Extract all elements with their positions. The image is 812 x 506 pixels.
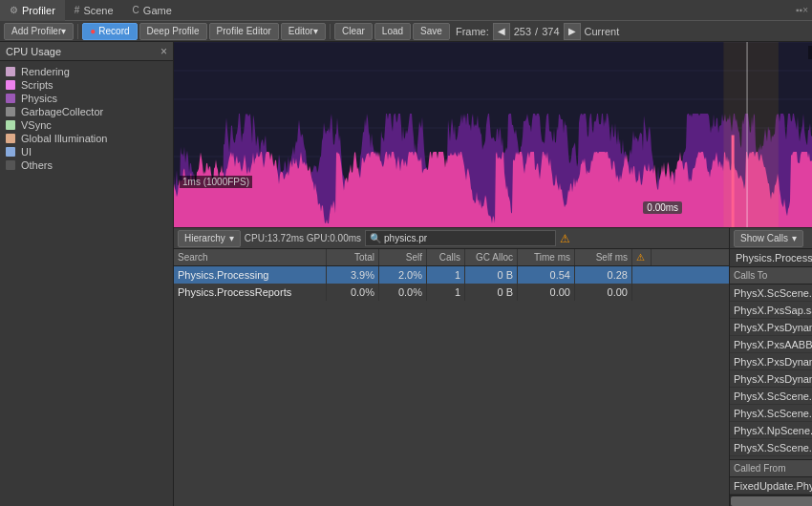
legend-color-dot	[6, 94, 15, 103]
calls-td-name: PhysX.NpScene.completio	[730, 425, 812, 436]
legend-item[interactable]: UI	[6, 145, 167, 158]
legend-item[interactable]: VSync	[6, 118, 167, 132]
warning-icon: ⚠	[560, 232, 570, 245]
calls-to-row[interactable]: PhysX.PxsDynamics.solve 1	[730, 370, 812, 388]
search-area: 🔍 physics.pr ⚠	[365, 230, 725, 246]
table-toolbar: Hierarchy ▾ CPU:13.72ms GPU:0.00ms 🔍 phy…	[174, 228, 729, 249]
legend-color-dot	[6, 160, 15, 170]
td-timems: 0.54	[518, 266, 575, 284]
legend-label: Global Illumination	[21, 133, 108, 144]
legend-color-dot	[6, 80, 15, 90]
editor-dropdown-icon: ▾	[313, 26, 318, 36]
legend-item[interactable]: Rendering	[6, 65, 167, 78]
profiler-chart-canvas	[174, 42, 812, 228]
called-from-th-name: Called From	[730, 463, 812, 474]
main-content: CPU Usage × RenderingScriptsPhysicsGarba…	[0, 42, 812, 506]
calls-to-row[interactable]: PhysX.PxsAABBManager.s 2	[730, 336, 812, 353]
table-panel: Hierarchy ▾ CPU:13.72ms GPU:0.00ms 🔍 phy…	[174, 228, 730, 506]
legend-item[interactable]: Scripts	[6, 78, 167, 92]
legend-item[interactable]: Physics	[6, 92, 167, 105]
calls-content: PhysX.ScScene.postBroac 1 PhysX.PxsSap.s…	[730, 285, 812, 506]
td-selfms: 0.28	[575, 266, 632, 284]
calls-to-row[interactable]: PhysX.ScScene.postBroac 1	[730, 285, 812, 302]
left-panel: CPU Usage × RenderingScriptsPhysicsGarba…	[0, 42, 174, 506]
td-self: 2.0%	[379, 266, 427, 284]
cpu-gpu-info: CPU:13.72ms GPU:0.00ms	[245, 233, 361, 243]
scene-icon: #	[75, 5, 80, 15]
left-panel-header: CPU Usage ×	[0, 42, 173, 61]
calls-to-row[interactable]: PhysX.PxsDynamics.solve 1	[730, 319, 812, 336]
calls-to-row[interactable]: PhysX.ScScene.updateDy 1	[730, 388, 812, 405]
table-row[interactable]: Physics.Processing 3.9% 2.0% 1 0 B 0.54 …	[174, 266, 729, 284]
called-from-td-name: FixedUpdate.PhysicsFixed	[730, 480, 812, 492]
calls-toolbar: Show Calls ▾	[730, 228, 812, 249]
show-calls-dropdown[interactable]: Show Calls ▾	[734, 230, 803, 247]
profile-editor-button[interactable]: Profile Editor	[209, 23, 279, 40]
calls-td-name: PhysX.ScScene.ccdBroadf	[730, 408, 812, 419]
td-name: Physics.Processing	[174, 266, 327, 284]
filter-path-display[interactable]: 🔍 physics.pr	[365, 230, 556, 246]
td-gcalloc: 0 B	[465, 266, 518, 284]
calls-to-row[interactable]: PhysX.NpScene.completio 1	[730, 422, 812, 439]
calls-td-name: PhysX.ScScene.postBroac	[730, 287, 812, 299]
legend-item[interactable]: Global Illumination	[6, 132, 167, 145]
calls-table-header: Calls To Calls Time	[730, 267, 812, 285]
1ms-label: 1ms (1000FPS)	[180, 176, 252, 188]
tab-game[interactable]: C Game	[123, 0, 182, 21]
close-left-panel-button[interactable]: ×	[160, 45, 167, 58]
calls-td-name: PhysX.PxsDynamics.solve	[730, 322, 812, 333]
deep-profile-button[interactable]: Deep Profile	[139, 23, 207, 40]
calls-panel: Show Calls ▾ Physics.Processing - Total …	[730, 228, 812, 506]
separator-2	[330, 24, 331, 39]
td-gcalloc: 0 B	[465, 284, 518, 301]
record-button[interactable]: ● Record	[82, 23, 137, 40]
calls-th-name: Calls To	[730, 270, 812, 281]
th-total: Total	[327, 249, 379, 265]
legend-label: GarbageCollector	[21, 106, 103, 117]
td-selfms: 0.00	[575, 284, 632, 301]
frame-prev-button[interactable]: ◀	[493, 23, 510, 40]
legend-item[interactable]: Others	[6, 158, 167, 172]
frame-next-button[interactable]: ▶	[564, 23, 581, 40]
legend-label: VSync	[21, 119, 52, 131]
load-button[interactable]: Load	[374, 23, 411, 40]
legend-item[interactable]: GarbageCollector	[6, 105, 167, 118]
td-self: 0.0%	[379, 284, 427, 301]
calls-to-row[interactable]: PhysX.ScScene.postCCDF 1	[730, 439, 812, 456]
chart-area[interactable]: Selected: Physics.Processing 1ms (1000FP…	[174, 42, 812, 228]
td-calls: 1	[427, 266, 465, 284]
record-dot: ●	[90, 26, 96, 36]
legend-color-dot	[6, 67, 15, 76]
calls-td-name: PhysX.PxsAABBManager.s	[730, 339, 812, 350]
save-button[interactable]: Save	[413, 23, 450, 40]
bottom-panels: Hierarchy ▾ CPU:13.72ms GPU:0.00ms 🔍 phy…	[174, 228, 812, 506]
tab-scene[interactable]: # Scene	[65, 0, 123, 21]
calls-to-row[interactable]: PhysX.PxsSap.sapPostUpc 2	[730, 302, 812, 319]
td-calls: 1	[427, 284, 465, 301]
th-timems: Time ms	[518, 249, 575, 265]
calls-td-name: PhysX.PxsSap.sapPostUpc	[730, 305, 812, 316]
calls-to-row[interactable]: PhysX.PxsDynamics.solve 1	[730, 456, 812, 459]
calls-rows-area: PhysX.ScScene.postBroac 1 PhysX.PxsSap.s…	[730, 285, 812, 459]
legend-color-dot	[6, 147, 15, 157]
time-label-mid: 0.00ms	[643, 201, 682, 214]
total-time-bar: Physics.Processing - Total time: 0.54 ms	[730, 249, 812, 267]
hierarchy-dropdown[interactable]: Hierarchy ▾	[178, 230, 241, 247]
calls-td-name: PhysX.PxsDynamics.solve	[730, 373, 812, 385]
legend-label: Rendering	[21, 66, 70, 77]
calls-to-row[interactable]: PhysX.ScScene.ccdBroadf 1	[730, 405, 812, 422]
legend-label: Scripts	[21, 79, 53, 91]
tab-profiler[interactable]: ⚙ Profiler	[0, 0, 65, 21]
editor-button[interactable]: Editor ▾	[281, 23, 326, 40]
called-from-row[interactable]: FixedUpdate.PhysicsFixed 1 0.	[730, 477, 812, 495]
legend-color-dot	[6, 120, 15, 130]
main-toolbar: Add Profiler ▾ ● Record Deep Profile Pro…	[0, 21, 812, 42]
add-profiler-button[interactable]: Add Profiler ▾	[4, 23, 74, 40]
td-timems: 0.00	[518, 284, 575, 301]
horizontal-scrollbar[interactable]	[730, 495, 812, 506]
right-area: Selected: Physics.Processing 1ms (1000FP…	[174, 42, 812, 506]
calls-to-row[interactable]: PhysX.PxsDynamics.solve 1	[730, 353, 812, 370]
h-scrollbar-thumb[interactable]	[731, 496, 812, 506]
clear-button[interactable]: Clear	[334, 23, 373, 40]
table-row[interactable]: Physics.ProcessReports 0.0% 0.0% 1 0 B 0…	[174, 284, 729, 301]
